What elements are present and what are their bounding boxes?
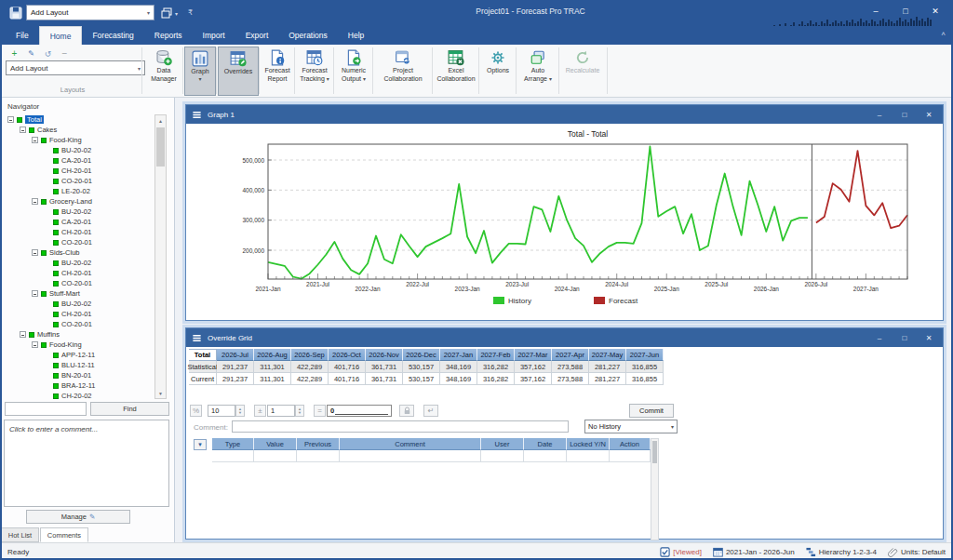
grid-cell-statistical-2026-oct[interactable]: 401,716 bbox=[329, 361, 366, 373]
ribbon-button-graph[interactable]: Graph▾ bbox=[184, 47, 216, 96]
grid-column-2026-dec[interactable]: 2026-Dec bbox=[403, 349, 440, 361]
tree-item-co-20-01[interactable]: CO-20-01 bbox=[4, 237, 154, 247]
log-column-previous[interactable]: Previous bbox=[297, 438, 340, 450]
grid-column-2026-aug[interactable]: 2026-Aug bbox=[254, 349, 291, 361]
grid-column-2026-sep[interactable]: 2026-Sep bbox=[291, 349, 329, 361]
grid-column-2027-jun[interactable]: 2027-Jun bbox=[626, 349, 664, 361]
maximize-button[interactable]: □ bbox=[893, 2, 918, 20]
tab-home[interactable]: Home bbox=[39, 26, 83, 45]
log-column-type[interactable]: Type bbox=[212, 438, 254, 450]
tree-item-ch-20-01[interactable]: CH-20-01 bbox=[4, 309, 154, 319]
ribbon-button-forecast-report[interactable]: ForecastReport bbox=[261, 47, 294, 96]
collapse-expander-icon[interactable] bbox=[32, 137, 38, 143]
grid-cell-current-2026-oct[interactable]: 401,716 bbox=[329, 373, 366, 385]
ribbon-button-excel-collaboration[interactable]: ExcelCollaboration bbox=[434, 47, 478, 96]
maximize-button[interactable]: □ bbox=[893, 108, 916, 121]
tree-item-co-20-01[interactable]: CO-20-01 bbox=[4, 278, 154, 288]
maximize-button[interactable]: □ bbox=[893, 331, 916, 344]
ribbon-collapse-icon[interactable]: ˄ bbox=[941, 30, 946, 38]
grid-cell-statistical-2026-sep[interactable]: 422,289 bbox=[291, 361, 329, 373]
apply-return-button[interactable]: ↵ bbox=[423, 405, 438, 417]
scrollbar-thumb[interactable] bbox=[156, 127, 165, 167]
chevron-down-icon[interactable]: ▾ bbox=[175, 10, 178, 17]
lock-button[interactable] bbox=[399, 405, 414, 417]
grid-cell-current-2026-sep[interactable]: 422,289 bbox=[291, 373, 329, 385]
grid-cell-current-2027-jan[interactable]: 348,169 bbox=[440, 373, 477, 385]
grid-column-2027-jan[interactable]: 2027-Jan bbox=[440, 349, 477, 361]
undo-layout-icon[interactable]: ↺ bbox=[41, 47, 55, 60]
grid-cell-current-2027-may[interactable]: 281,227 bbox=[589, 373, 626, 385]
grid-cell-current-2026-jul[interactable]: 291,237 bbox=[217, 373, 254, 385]
tree-item-ca-20-01[interactable]: CA-20-01 bbox=[4, 155, 154, 166]
commit-button[interactable]: Commit bbox=[629, 404, 674, 418]
grid-cell-current-2026-aug[interactable]: 311,301 bbox=[254, 373, 291, 385]
close-button[interactable]: ✕ bbox=[923, 2, 947, 20]
grid-cell-current-2027-jun[interactable]: 316,855 bbox=[626, 373, 664, 385]
window-menu-icon[interactable] bbox=[192, 110, 202, 120]
layout-combo[interactable]: Add Layout ▾ bbox=[6, 60, 145, 75]
log-column-value[interactable]: Value bbox=[254, 438, 297, 450]
find-input[interactable] bbox=[5, 402, 87, 416]
tab-hot-list[interactable]: Hot List bbox=[1, 527, 39, 542]
grid-cell-statistical-2026-dec[interactable]: 530,157 bbox=[403, 361, 440, 373]
edit-layout-icon[interactable]: ✎ bbox=[24, 47, 38, 60]
window-menu-icon[interactable] bbox=[192, 333, 202, 343]
log-column-user[interactable]: User bbox=[481, 438, 524, 450]
ribbon-button-auto-arrange[interactable]: AutoArrange ▾ bbox=[517, 47, 558, 96]
grid-column-2027-may[interactable]: 2027-May bbox=[589, 349, 626, 361]
log-column-comment[interactable]: Comment bbox=[340, 438, 481, 450]
tree-item-cakes[interactable]: Cakes bbox=[4, 125, 154, 135]
plus-minus-stepper[interactable]: ▲▼ bbox=[295, 405, 304, 417]
qat-customize-icon[interactable]: ₹ bbox=[188, 8, 193, 17]
grid-cell-statistical-2027-mar[interactable]: 357,162 bbox=[515, 361, 552, 373]
grid-column-2027-mar[interactable]: 2027-Mar bbox=[515, 349, 552, 361]
window-switch-icon[interactable] bbox=[160, 7, 173, 20]
grid-cell-statistical-2027-apr[interactable]: 273,588 bbox=[552, 361, 589, 373]
tree-item-ch-20-02[interactable]: CH-20-02 bbox=[4, 391, 154, 399]
status-viewed[interactable]: [Viewed] bbox=[660, 547, 702, 557]
remove-layout-icon[interactable]: − bbox=[58, 47, 72, 60]
grid-column-2027-feb[interactable]: 2027-Feb bbox=[477, 349, 515, 361]
grid-column-2026-oct[interactable]: 2026-Oct bbox=[329, 349, 366, 361]
collapse-expander-icon[interactable] bbox=[7, 116, 14, 123]
tab-help[interactable]: Help bbox=[338, 26, 374, 45]
tree-item-app-12-11[interactable]: APP-12-11 bbox=[4, 350, 154, 360]
override-window-titlebar[interactable]: Override Grid – □ ✕ bbox=[186, 328, 943, 347]
log-column-date[interactable]: Date bbox=[524, 438, 567, 450]
save-icon[interactable] bbox=[9, 7, 22, 20]
log-column-action[interactable]: Action bbox=[610, 438, 651, 450]
tree-item-food-king[interactable]: Food-King bbox=[4, 340, 154, 350]
percent-input[interactable]: 10 bbox=[208, 405, 235, 417]
ribbon-button-project-collaboration[interactable]: ProjectCollaboration bbox=[374, 47, 432, 96]
tree-item-co-20-01[interactable]: CO-20-01 bbox=[4, 319, 154, 329]
tree-item-bu-20-02[interactable]: BU-20-02 bbox=[4, 207, 154, 217]
tab-export[interactable]: Export bbox=[235, 26, 279, 45]
table-scrollbar[interactable] bbox=[651, 438, 659, 540]
collapse-expander-icon[interactable] bbox=[32, 249, 38, 256]
tree-item-ch-20-01[interactable]: CH-20-01 bbox=[4, 227, 154, 237]
tab-reports[interactable]: Reports bbox=[144, 26, 193, 45]
comment-box[interactable]: Click to enter a comment... bbox=[4, 420, 169, 507]
tree-item-ch-20-01[interactable]: CH-20-01 bbox=[4, 166, 154, 176]
tree-item-blu-12-11[interactable]: BLU-12-11 bbox=[4, 360, 154, 370]
tree-item-stuff-mart[interactable]: Stuff-Mart bbox=[4, 288, 154, 299]
grid-cell-current-2027-mar[interactable]: 357,162 bbox=[515, 373, 552, 385]
collapse-expander-icon[interactable] bbox=[32, 198, 38, 205]
grid-column-2026-nov[interactable]: 2026-Nov bbox=[366, 349, 403, 361]
tree-item-le-20-02[interactable]: LE-20-02 bbox=[4, 186, 154, 196]
tab-file[interactable]: File bbox=[6, 26, 39, 45]
grid-cell-statistical-2027-may[interactable]: 281,227 bbox=[589, 361, 626, 373]
tree-item-bu-20-02[interactable]: BU-20-02 bbox=[4, 258, 154, 268]
grid-cell-current-2027-apr[interactable]: 273,588 bbox=[552, 373, 589, 385]
ribbon-button-data-manager[interactable]: DataManager bbox=[145, 47, 182, 96]
filter-button[interactable]: ▼ bbox=[194, 439, 207, 450]
tab-comments[interactable]: Comments bbox=[40, 527, 88, 542]
manage-button[interactable]: Manage✎ bbox=[26, 510, 130, 524]
tab-forecasting[interactable]: Forecasting bbox=[82, 26, 143, 45]
scroll-down-icon[interactable]: ▼ bbox=[155, 388, 166, 398]
tree-item-total[interactable]: Total bbox=[4, 114, 154, 125]
plus-minus-input[interactable]: 1 bbox=[267, 405, 295, 417]
tree-scrollbar[interactable]: ▲ ▼ bbox=[154, 114, 167, 399]
override-comment-input[interactable] bbox=[232, 420, 569, 433]
grid-cell-statistical-2026-nov[interactable]: 361,731 bbox=[366, 361, 403, 373]
